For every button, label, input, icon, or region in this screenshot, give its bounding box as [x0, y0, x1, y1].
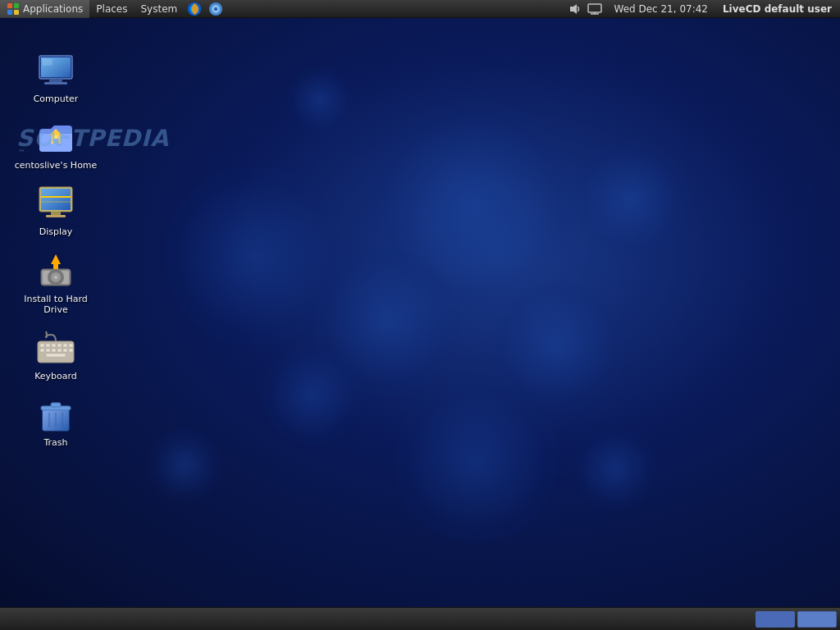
svg-rect-0 [7, 3, 12, 8]
places-menu[interactable]: Places [89, 0, 134, 18]
svg-rect-27 [51, 212, 61, 215]
svg-rect-48 [46, 354, 66, 357]
computer-label: Computer [34, 94, 79, 104]
svg-rect-17 [49, 79, 62, 82]
svg-rect-38 [52, 344, 56, 347]
applications-menu[interactable]: Applications [0, 0, 89, 18]
taskbar-btn-2[interactable] [797, 611, 837, 628]
panel-left: Applications Places System [0, 0, 563, 18]
applications-icon [7, 2, 20, 16]
svg-rect-28 [46, 215, 66, 217]
trash-svg [36, 395, 75, 434]
svg-rect-18 [44, 82, 67, 84]
system-label: System [140, 3, 177, 15]
display-svg [36, 184, 75, 223]
bokeh-3 [369, 100, 574, 305]
places-label: Places [96, 3, 127, 15]
volume-icon-container[interactable] [568, 2, 582, 16]
keyboard-label: Keyboard [34, 371, 77, 381]
install-icon-image [36, 251, 75, 290]
svg-rect-16 [43, 59, 52, 66]
bokeh-8 [574, 141, 689, 256]
svg-rect-39 [57, 344, 62, 347]
svg-rect-36 [40, 344, 44, 347]
svg-rect-41 [69, 344, 73, 347]
svg-rect-21 [53, 139, 58, 144]
trash-icon-image [36, 395, 75, 434]
install-label: Install to Hard Drive [13, 294, 98, 315]
svg-marker-9 [570, 4, 577, 14]
panel-right: Wed Dec 21, 07:42 LiveCD default user [563, 2, 840, 16]
desktop-icons-container: Computer centoslive's Home [0, 36, 131, 584]
svg-rect-43 [46, 349, 50, 352]
bokeh-10 [148, 428, 221, 502]
svg-rect-1 [14, 3, 19, 8]
svg-rect-45 [57, 349, 62, 352]
taskbar-btn-1[interactable] [756, 611, 795, 628]
keyboard-icon[interactable]: Keyboard [7, 323, 105, 386]
applications-label: Applications [23, 3, 83, 15]
system-menu[interactable]: System [134, 0, 184, 18]
svg-rect-42 [40, 349, 44, 352]
network-icon-container[interactable] [587, 2, 602, 16]
computer-svg [36, 51, 75, 90]
keyboard-svg [36, 328, 75, 368]
svg-rect-52 [51, 403, 61, 407]
svg-rect-3 [14, 10, 19, 15]
svg-rect-46 [63, 349, 67, 352]
browser-icon [208, 2, 223, 16]
firefox-launcher[interactable] [184, 0, 205, 18]
home-svg [36, 117, 75, 157]
bokeh-5 [394, 379, 558, 543]
svg-rect-40 [63, 344, 67, 347]
home-label: centoslive's Home [15, 160, 98, 171]
install-svg [36, 251, 75, 290]
svg-rect-47 [69, 349, 73, 352]
keyboard-icon-image [36, 328, 75, 368]
svg-rect-10 [588, 4, 601, 12]
bokeh-9 [287, 67, 353, 133]
display-label: Display [39, 226, 73, 237]
bokeh-7 [574, 428, 656, 510]
top-panel: Applications Places System [0, 0, 840, 18]
bokeh-6 [262, 346, 361, 445]
svg-marker-34 [51, 254, 61, 269]
display-icon-image [36, 184, 75, 223]
datetime-display[interactable]: Wed Dec 21, 07:42 [607, 3, 714, 15]
svg-rect-24 [41, 189, 71, 210]
svg-rect-2 [7, 10, 12, 15]
display-icon[interactable]: Display [7, 179, 105, 242]
desktop: SOFTPEDIA ™ [0, 18, 840, 607]
home-icon-image [36, 117, 75, 157]
svg-rect-44 [52, 349, 56, 352]
username-display: LiveCD default user [719, 3, 835, 15]
svg-rect-37 [46, 344, 50, 347]
computer-icon-image [36, 51, 75, 90]
computer-icon[interactable]: Computer [7, 46, 105, 109]
home-icon[interactable]: centoslive's Home [7, 112, 105, 176]
svg-point-8 [214, 7, 217, 11]
browser-launcher[interactable] [205, 0, 226, 18]
install-icon[interactable]: Install to Hard Drive [7, 246, 105, 320]
network-icon [587, 3, 602, 15]
bottom-panel [0, 607, 840, 630]
volume-icon [568, 2, 582, 16]
firefox-icon [187, 2, 202, 16]
trash-icon[interactable]: Trash [7, 390, 105, 453]
trash-label: Trash [43, 437, 67, 448]
svg-point-33 [54, 276, 57, 279]
